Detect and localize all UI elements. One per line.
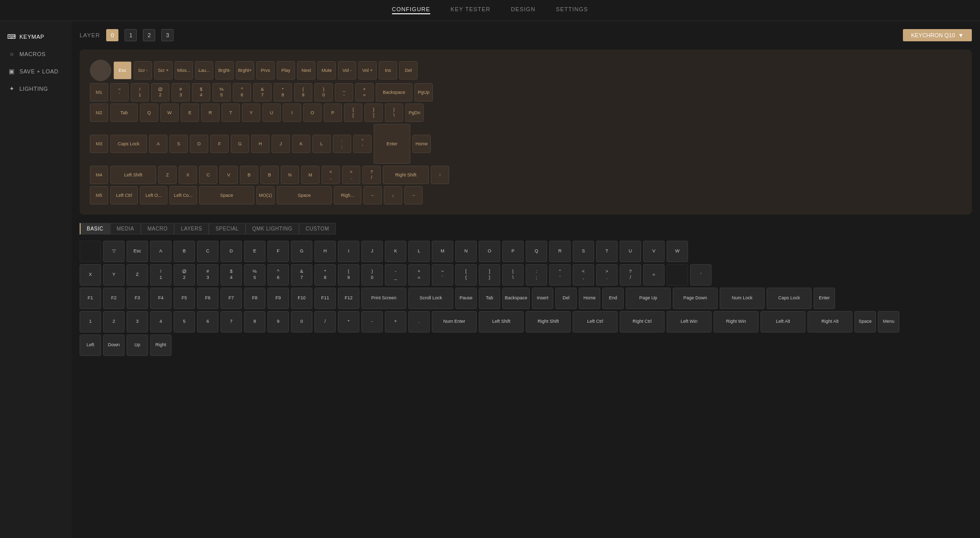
key-e[interactable]: E <box>181 104 199 122</box>
key-comma[interactable]: <, <box>322 166 340 184</box>
key-h[interactable]: H <box>251 135 270 153</box>
km-key-hash[interactable]: #3 <box>197 264 218 286</box>
km-key-page-down[interactable]: Page Down <box>673 288 718 309</box>
km-key-num-lock[interactable]: Num Lock <box>720 288 765 309</box>
km-key-f5[interactable]: F5 <box>174 288 195 309</box>
km-key-right-ctrl2[interactable]: Right Ctrl <box>620 311 665 332</box>
km-key-numstar[interactable]: * <box>338 311 359 332</box>
key-mo1[interactable]: MO(1) <box>256 186 275 204</box>
key-period[interactable]: >. <box>342 166 360 184</box>
sidebar-item-keymap[interactable]: ⌨ KEYMAP <box>0 29 71 44</box>
km-key-d[interactable]: D <box>220 241 242 262</box>
km-key-r[interactable]: R <box>549 241 571 262</box>
key-j[interactable]: J <box>272 135 290 153</box>
km-key-num7[interactable]: 7 <box>220 311 242 332</box>
km-key-f3[interactable]: F3 <box>127 288 148 309</box>
key-l[interactable]: L <box>312 135 331 153</box>
km-key-c[interactable]: C <box>197 241 218 262</box>
km-key-l[interactable]: L <box>408 241 430 262</box>
key-3[interactable]: #3 <box>172 83 190 101</box>
km-key-num6[interactable]: 6 <box>197 311 218 332</box>
km-key-underscore[interactable]: -_ <box>385 264 406 286</box>
km-key-f7[interactable]: F7 <box>220 288 242 309</box>
key-k[interactable]: K <box>292 135 310 153</box>
layer-btn-0[interactable]: 0 <box>106 29 118 41</box>
key-u[interactable]: U <box>262 104 281 122</box>
key-i[interactable]: I <box>283 104 301 122</box>
km-key-home2[interactable]: Home <box>579 288 600 309</box>
km-key-lparen[interactable]: (9 <box>338 264 359 286</box>
key-backslash[interactable]: |\ <box>385 104 403 122</box>
key-semicolon[interactable]: :; <box>333 135 351 153</box>
km-key-enter2[interactable]: Enter <box>814 288 835 309</box>
km-key-num0[interactable]: 0 <box>291 311 312 332</box>
key-m4[interactable]: M4 <box>90 166 108 184</box>
km-key-numdot[interactable]: . <box>408 311 430 332</box>
km-key-amp[interactable]: &7 <box>291 264 312 286</box>
key-brght-plus[interactable]: Brght+ <box>236 61 254 80</box>
key-up[interactable]: ↑ <box>431 166 449 184</box>
key-right-arrow[interactable]: → <box>404 186 423 204</box>
km-key-numminus[interactable]: - <box>361 311 383 332</box>
km-key-esc[interactable]: Esc <box>127 241 148 262</box>
km-key-space2[interactable]: Space <box>854 311 876 332</box>
key-ins[interactable]: Ins <box>379 61 397 80</box>
key-equal[interactable]: += <box>355 83 374 101</box>
key-home[interactable]: Home <box>412 135 431 153</box>
key-space-right[interactable]: Space <box>277 186 332 204</box>
km-key-h[interactable]: H <box>314 241 336 262</box>
km-key-scroll-lock[interactable]: Scroll Lock <box>408 288 453 309</box>
key-w[interactable]: W <box>160 104 179 122</box>
km-key-tab[interactable]: Tab <box>479 288 500 309</box>
km-key-num4[interactable]: 4 <box>150 311 172 332</box>
key-m[interactable]: M <box>301 166 320 184</box>
km-key-o[interactable]: O <box>479 241 500 262</box>
km-key-left-win[interactable]: Left Win <box>667 311 712 332</box>
key-caps-lock[interactable]: Caps Lock <box>110 135 147 153</box>
km-key-n[interactable]: N <box>455 241 477 262</box>
km-key-f9[interactable]: F9 <box>267 288 289 309</box>
key-right-fn[interactable]: Righ... <box>334 186 361 204</box>
key-b-right[interactable]: B <box>260 166 279 184</box>
key-right-shift[interactable]: Right Shift <box>383 166 429 184</box>
key-5[interactable]: %5 <box>212 83 231 101</box>
km-key-rbracket[interactable]: ]} <box>479 264 500 286</box>
nav-design[interactable]: DESIGN <box>511 6 535 14</box>
key-left-shift[interactable]: Left Shift <box>110 166 156 184</box>
key-y[interactable]: Y <box>242 104 260 122</box>
km-key-b[interactable]: B <box>174 241 195 262</box>
km-key-p[interactable]: P <box>502 241 524 262</box>
km-key-j[interactable]: J <box>361 241 383 262</box>
km-key-tri[interactable]: ▽ <box>103 241 125 262</box>
cat-basic[interactable]: BASIC <box>80 223 110 235</box>
key-brght-minus[interactable]: Brght- <box>215 61 234 80</box>
km-key-backspace2[interactable]: Backspace <box>502 288 530 309</box>
key-q[interactable]: Q <box>140 104 158 122</box>
km-key-y[interactable]: Y <box>103 264 125 286</box>
nav-configure[interactable]: CONFIGURE <box>392 6 430 14</box>
key-tilde[interactable]: ~` <box>110 83 129 101</box>
km-key-numplus[interactable]: + <box>385 311 406 332</box>
key-n[interactable]: N <box>281 166 299 184</box>
km-key-page-up[interactable]: Page Up <box>626 288 671 309</box>
key-del[interactable]: Del <box>399 61 418 80</box>
key-minus[interactable]: _- <box>335 83 353 101</box>
km-key-end[interactable]: End <box>602 288 624 309</box>
km-key-right-shift2[interactable]: Right Shift <box>526 311 571 332</box>
km-key-lbracket[interactable]: [{ <box>455 264 477 286</box>
km-key-f10[interactable]: F10 <box>291 288 312 309</box>
key-down-arrow[interactable]: ↓ <box>384 186 402 204</box>
key-vol-plus[interactable]: Vol + <box>358 61 377 80</box>
key-tab[interactable]: Tab <box>110 104 138 122</box>
sidebar-item-save-load[interactable]: ▣ SAVE + LOAD <box>0 64 71 79</box>
km-key-equal[interactable]: = <box>643 264 665 286</box>
km-key-print-screen[interactable]: Print Screen <box>361 288 406 309</box>
key-m2[interactable]: M2 <box>90 104 108 122</box>
layer-btn-3[interactable]: 3 <box>161 29 174 41</box>
cat-custom[interactable]: CUSTOM <box>299 223 336 235</box>
key-s[interactable]: S <box>169 135 188 153</box>
key-backspace[interactable]: Backspace <box>376 83 412 101</box>
km-key-gt[interactable]: >. <box>596 264 618 286</box>
cat-layers[interactable]: LAYERS <box>174 223 209 235</box>
km-key-caret[interactable]: ^6 <box>267 264 289 286</box>
